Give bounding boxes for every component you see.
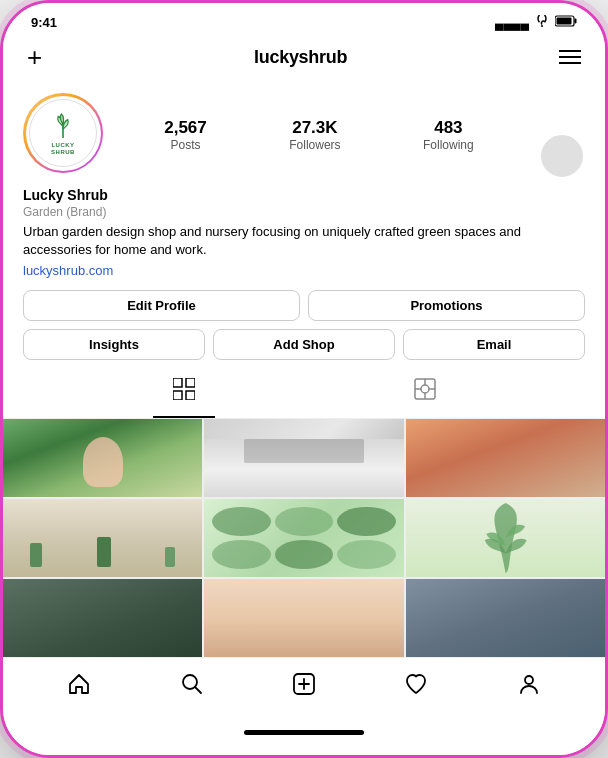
profile-bio: Lucky Shrub Garden (Brand) Urban garden … [23, 187, 585, 278]
grid-item-5[interactable] [204, 499, 403, 577]
heart-nav-icon[interactable] [400, 668, 432, 706]
svg-point-22 [525, 676, 533, 684]
svg-rect-10 [186, 391, 195, 400]
add-shop-button[interactable]: Add Shop [213, 329, 395, 360]
add-nav-icon[interactable] [288, 668, 320, 706]
logo-icon [47, 110, 79, 142]
status-bar: 9:41 ▄▄▄▄ [3, 3, 605, 36]
time: 9:41 [31, 15, 57, 30]
profile-description: Urban garden design shop and nursery foc… [23, 223, 585, 259]
svg-point-0 [541, 25, 543, 27]
followers-label: Followers [289, 138, 340, 152]
home-nav-icon[interactable] [63, 668, 95, 706]
grid-item-1[interactable] [3, 419, 202, 497]
grid-item-4[interactable] [3, 499, 202, 577]
following-stat[interactable]: 483 Following [423, 118, 474, 152]
nav-bar: + luckyshrub [3, 36, 605, 83]
grid-item-3[interactable] [406, 419, 605, 497]
signal-icon: ▄▄▄▄ [495, 16, 529, 30]
posts-stat: 2,567 Posts [164, 118, 207, 152]
battery-icon [555, 15, 577, 30]
profile-top: LUCKYSHRUB 2,567 Posts 27.3K Followers 4… [23, 93, 585, 173]
menu-icon[interactable] [559, 45, 581, 71]
action-buttons-row2: Insights Add Shop Email [23, 329, 585, 360]
grid-item-9[interactable] [406, 579, 605, 657]
profile-name: Lucky Shrub [23, 187, 585, 203]
follow-avatar [539, 133, 585, 179]
svg-rect-2 [575, 19, 577, 24]
promotions-button[interactable]: Promotions [308, 290, 585, 321]
svg-line-18 [195, 687, 201, 693]
tag-tab[interactable] [394, 368, 456, 418]
followers-count: 27.3K [292, 118, 337, 138]
home-indicator-bar [3, 726, 605, 755]
followers-stat: 27.3K Followers [289, 118, 340, 152]
posts-count: 2,567 [164, 118, 207, 138]
svg-rect-3 [557, 18, 572, 25]
grid-item-2[interactable] [204, 419, 403, 497]
avatar[interactable]: LUCKYSHRUB [23, 93, 103, 173]
posts-label: Posts [170, 138, 200, 152]
following-label: Following [423, 138, 474, 152]
wifi-icon [534, 15, 550, 30]
tabs-bar [3, 368, 605, 419]
search-nav-icon[interactable] [176, 668, 208, 706]
grid-item-8[interactable] [204, 579, 403, 657]
action-buttons-row1: Edit Profile Promotions [23, 290, 585, 321]
svg-rect-8 [186, 378, 195, 387]
grid-item-6[interactable] [406, 499, 605, 577]
grid-tab[interactable] [153, 368, 215, 418]
svg-rect-7 [173, 378, 182, 387]
bottom-nav [3, 657, 605, 726]
username-title: luckyshrub [254, 47, 347, 68]
status-icons: ▄▄▄▄ [495, 15, 577, 30]
home-indicator [244, 730, 364, 735]
profile-nav-icon[interactable] [513, 668, 545, 706]
svg-rect-9 [173, 391, 182, 400]
add-icon[interactable]: + [27, 42, 42, 73]
email-button[interactable]: Email [403, 329, 585, 360]
phone-frame: 9:41 ▄▄▄▄ + luckyshrub [0, 0, 608, 758]
logo-text: LUCKYSHRUB [51, 142, 75, 155]
grid-item-7[interactable] [3, 579, 202, 657]
svg-point-12 [421, 385, 429, 393]
profile-category: Garden (Brand) [23, 205, 585, 219]
photo-grid [3, 419, 605, 657]
profile-link[interactable]: luckyshrub.com [23, 263, 585, 278]
following-count: 483 [434, 118, 462, 138]
stats-row: 2,567 Posts 27.3K Followers 483 Followin… [123, 114, 515, 152]
profile-section: LUCKYSHRUB 2,567 Posts 27.3K Followers 4… [3, 83, 605, 368]
edit-profile-button[interactable]: Edit Profile [23, 290, 300, 321]
insights-button[interactable]: Insights [23, 329, 205, 360]
